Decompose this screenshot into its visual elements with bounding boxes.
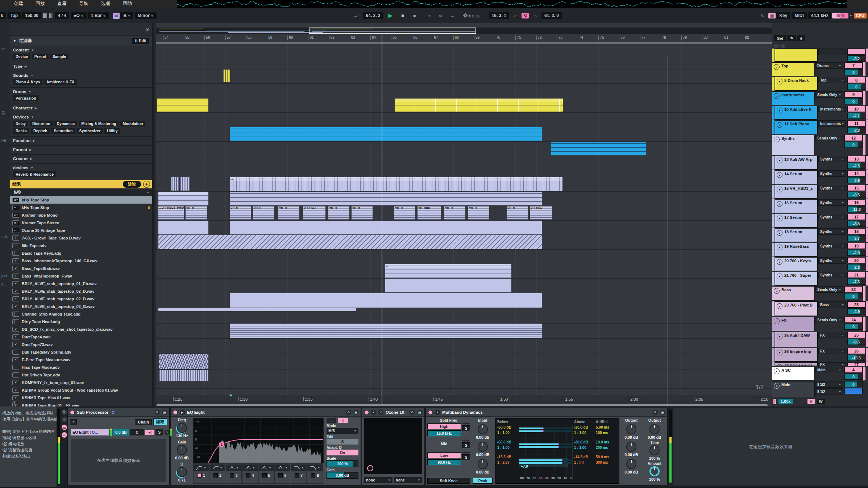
plugin-placeholder[interactable]: [364, 418, 422, 474]
browser-item[interactable]: VSTkHs Tape Stop: [10, 204, 152, 211]
eq-curve-display[interactable]: 12 6 0 -6 -12 100 1k 10k 1: [193, 418, 324, 463]
clip[interactable]: [551, 142, 646, 155]
routing-dropdown[interactable]: Bass▼: [818, 301, 846, 308]
amount-knob[interactable]: [649, 466, 660, 476]
bar-number[interactable]: 74: [578, 36, 583, 40]
time-label[interactable]: 2:05: [694, 397, 703, 401]
draw-mode-icon[interactable]: ✎: [758, 13, 767, 19]
clip[interactable]: [158, 235, 542, 249]
browser-collapsed-strip[interactable]: er器ivensfejectc...: [0, 23, 10, 406]
filter-shape-dropdown[interactable]: ▼: [307, 464, 323, 471]
filter-chip[interactable]: Saturation: [51, 128, 75, 134]
track-number-badge[interactable]: 18: [847, 228, 865, 234]
below-ratio-value[interactable]: 1 : 2.67: [497, 460, 518, 465]
browser-item[interactable]: ✓Bass_InharmonicTapestop_146_G#.wav: [10, 257, 152, 264]
sidechain-dropdown-2[interactable]: none▼: [394, 477, 422, 483]
track-fold-icon[interactable]: ▼: [774, 383, 780, 389]
chain-name[interactable]: EQ Eight | O...: [71, 429, 109, 435]
track-name[interactable]: Main: [781, 383, 790, 387]
volume-meter[interactable]: -4.9: [847, 308, 865, 314]
track-row[interactable]: ▼15 VR_HBD3_sSynths▼15-9.5: [772, 185, 868, 199]
filter-chip[interactable]: Piano & Keys: [13, 79, 42, 85]
volume-meter[interactable]: 0: [844, 374, 863, 380]
capture-midi-icon[interactable]: �droits;: [461, 13, 483, 19]
track-fold-icon[interactable]: ▼: [777, 158, 782, 163]
filter-chip[interactable]: Synthesizer: [76, 128, 103, 134]
band-enable-checkbox[interactable]: [311, 473, 315, 477]
track-fold-icon[interactable]: ▼: [777, 364, 782, 366]
track-row[interactable]: ▼Main‖ 1/2▼‖ 1/2▼0: [772, 381, 868, 397]
track-row[interactable]: ▼25 Au5 I DAWFX▼25-9.5: [772, 332, 868, 347]
track-name[interactable]: 16 Serum: [784, 201, 802, 205]
below-threshold-value[interactable]: -15.5 dB: [497, 454, 518, 460]
clip[interactable]: ...: [395, 99, 563, 105]
filter-chip[interactable]: Mixing & Mastering: [79, 121, 119, 126]
above-threshold-value[interactable]: -20.0 dB: [574, 425, 594, 430]
track-row[interactable]: ▼A SCMain▼A0: [772, 367, 868, 380]
track-fold-icon[interactable]: ▼: [777, 187, 782, 192]
volume-meter[interactable]: -15.5: [847, 355, 865, 361]
save-preset-icon[interactable]: ▣: [660, 410, 665, 415]
clip[interactable]: [180, 177, 190, 191]
collapse-icon[interactable]: ▬: [62, 425, 67, 430]
volume-meter[interactable]: -9.5: [847, 192, 865, 198]
track-number-badge[interactable]: 22: [844, 286, 863, 292]
track-row[interactable]: ▼19 RoseBassSynths▼19-2.9: [772, 243, 868, 256]
browser-item[interactable]: Basic Tape Keys.adg: [10, 249, 152, 257]
band-enable-checkbox[interactable]: [278, 473, 283, 477]
clip[interactable]: ...: [230, 177, 562, 191]
track-fold-icon[interactable]: ▼: [777, 201, 782, 207]
attack-value[interactable]: 5.00 ms: [596, 425, 618, 430]
add-chain-icon[interactable]: +: [62, 417, 67, 422]
volume-meter[interactable]: 0: [844, 98, 863, 104]
browser-item[interactable]: VSTKramer Tape Stereo: [10, 219, 152, 226]
volume-meter[interactable]: 0: [844, 69, 863, 75]
track-name[interactable]: 10 Addictive K: [784, 107, 811, 112]
device-sub-processor[interactable]: Sub Proccessor ⟳ ▣ ⏵ Chain 隐藏 EQ Eight |…: [67, 408, 170, 485]
chain-pan-field[interactable]: C: [130, 429, 145, 435]
clip[interactable]: [158, 308, 356, 311]
track-row[interactable]: ≡TopDrums▼70: [772, 62, 868, 76]
filter-section-label[interactable]: Creator▶: [13, 155, 149, 162]
release-value[interactable]: 300 ms: [596, 460, 618, 465]
track-number-badge[interactable]: 26: [847, 348, 865, 354]
volume-meter[interactable]: -5.7: [847, 235, 865, 241]
power-icon[interactable]: [462, 441, 470, 441]
track-row[interactable]: ▼21 760 - SuperSynths▼21-7.5: [772, 272, 868, 285]
device-eq-eight[interactable]: ▶ EQ Eight ⟳ ▣ Freq 130 Hz Gain 0.00 dB …: [170, 408, 361, 485]
bar-number[interactable]: 72: [536, 36, 542, 40]
bar-number[interactable]: 65: [391, 36, 396, 40]
filter-shape-dropdown[interactable]: ▼: [275, 464, 290, 471]
device-title-bar[interactable]: ▼ Multiband Dynamics ⟳ ▣: [426, 408, 667, 417]
clip[interactable]: VR_H: [253, 206, 274, 220]
eq-band-node[interactable]: 1: [219, 442, 224, 447]
global-output-knob[interactable]: [649, 424, 660, 434]
track-name[interactable]: Bass: [781, 288, 791, 292]
clip[interactable]: ...: [385, 264, 511, 278]
track-name[interactable]: 18 Serum: [784, 230, 802, 234]
collapsed-tab-fragment[interactable]: c...: [1, 282, 6, 286]
track-number-badge[interactable]: 13: [847, 156, 865, 162]
browser-item[interactable]: ✓DuctTape4.wav: [10, 333, 152, 341]
routing-dropdown[interactable]: Synths▼: [818, 214, 846, 220]
lock-icon[interactable]: 🔒︎: [797, 35, 805, 41]
bar-number[interactable]: 67: [433, 36, 438, 40]
device-title-bar[interactable]: Sub Proccessor ⟳ ▣: [68, 408, 169, 417]
bar-number[interactable]: 59: [267, 36, 272, 40]
group-fold-icon[interactable]: ≡: [774, 288, 780, 294]
volume-meter[interactable]: 0: [844, 293, 863, 299]
browser-item[interactable]: ✓Bass_TapeStab.wav: [10, 264, 152, 272]
output-knob-mid[interactable]: [626, 442, 636, 452]
filter-chip[interactable]: Dynamics: [54, 121, 78, 126]
overdub-icon[interactable]: +: [426, 13, 433, 19]
filter-section-label[interactable]: devices▼: [13, 164, 149, 171]
loop-length-field[interactable]: 61. 2. 0: [541, 12, 562, 19]
bar-number[interactable]: 66: [412, 36, 417, 40]
bar-number[interactable]: 54: [163, 36, 169, 40]
track-number-badge[interactable]: 25: [847, 332, 865, 338]
volume-meter[interactable]: -2.3: [847, 264, 865, 270]
clip[interactable]: VR_HBD: [418, 206, 441, 220]
filter-section-label[interactable]: Devices▼: [13, 114, 149, 120]
menu-item[interactable]: 查看: [57, 0, 67, 7]
filter-shape-dropdown[interactable]: ▼: [259, 464, 274, 471]
